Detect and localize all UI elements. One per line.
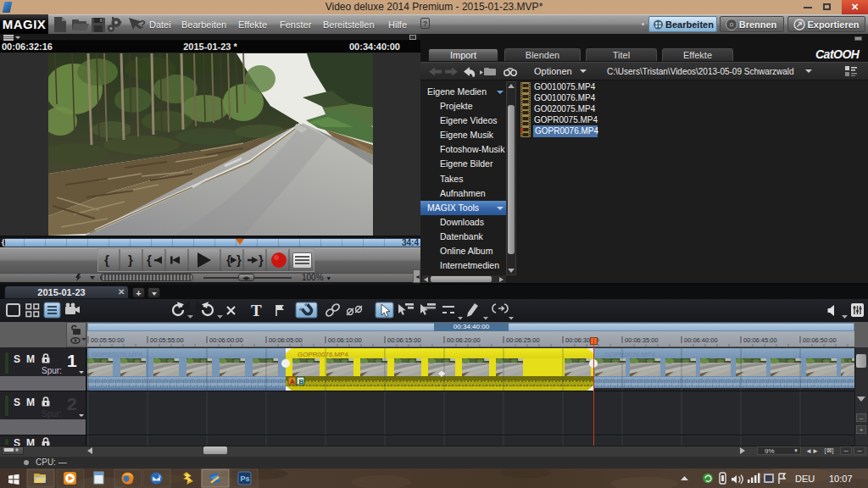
svg-text:00:06:40:00: 00:06:40:00 (684, 336, 718, 344)
svg-text:10:07: 10:07 (829, 474, 853, 484)
svg-text:}: } (259, 252, 264, 267)
svg-text:T: T (251, 302, 262, 319)
svg-text:GOPR0076.MP4: GOPR0076.MP4 (298, 351, 349, 358)
svg-text:Ps: Ps (241, 474, 250, 483)
svg-text:00:05:50:00: 00:05:50:00 (91, 336, 125, 344)
svg-text:00:06:00:00: 00:06:00:00 (209, 336, 243, 344)
svg-text:A: A (290, 378, 295, 385)
svg-text:}: } (236, 252, 242, 267)
svg-text:B: B (299, 378, 304, 385)
svg-text:GOPR0076.MP4: GOPR0076.MP4 (92, 351, 143, 358)
svg-text:}: } (128, 252, 133, 267)
svg-text:?: ? (139, 18, 146, 30)
svg-text:00:06:25:00: 00:06:25:00 (506, 336, 540, 344)
svg-text:00:06:50:00: 00:06:50:00 (803, 336, 837, 344)
svg-text:00:06:45:00: 00:06:45:00 (743, 336, 777, 344)
svg-text:00:06:20:00: 00:06:20:00 (447, 336, 481, 344)
svg-text:{: { (147, 252, 152, 267)
svg-text:00:06:15:00: 00:06:15:00 (387, 336, 421, 344)
svg-text:{: { (104, 252, 109, 267)
svg-text:00:05:55:00: 00:05:55:00 (150, 336, 184, 344)
svg-text:00:06:35:00: 00:06:35:00 (625, 336, 659, 344)
svg-text:00:06:05:00: 00:06:05:00 (269, 336, 303, 344)
svg-text:00:06:10:00: 00:06:10:00 (328, 336, 362, 344)
svg-text:GOPR0076.MP4: GOPR0076.MP4 (604, 351, 656, 358)
svg-text:DEU: DEU (795, 474, 815, 484)
